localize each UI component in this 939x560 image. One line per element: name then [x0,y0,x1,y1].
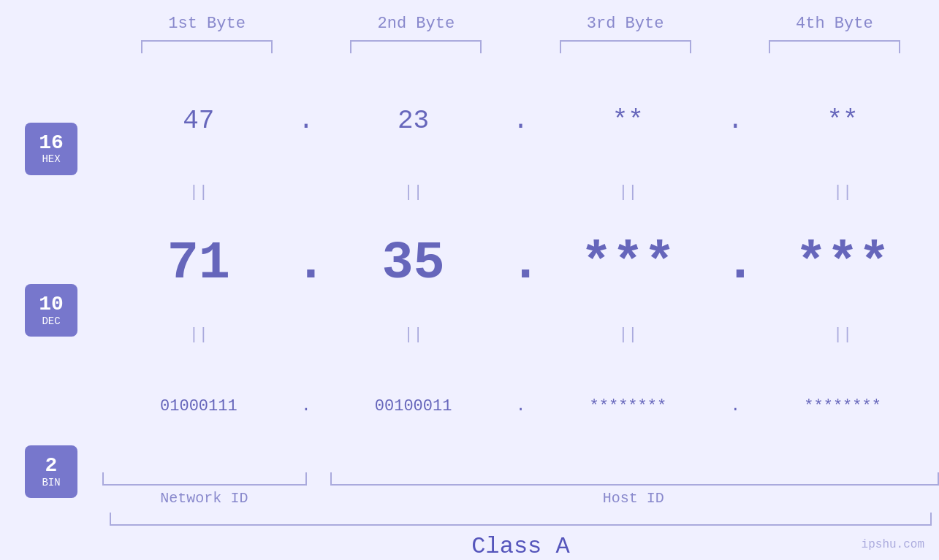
network-id-label: Network ID [102,490,306,507]
byte-headers: 1st Byte 2nd Byte 3rd Byte 4th Byte [0,0,939,33]
hex-b4-cell: ** [746,106,939,136]
bracket1-top [141,40,273,53]
hex-row: 47 . 23 . ** . ** [102,61,939,181]
bin-dot1: . [295,397,317,415]
rows-area: 47 . 23 . ** . ** || || [102,61,939,560]
byte2-label: 2nd Byte [311,15,520,33]
eq2-b4: || [746,324,939,346]
bracket3-container [521,40,730,53]
bin-b3-cell: ******** [532,397,725,415]
bin-name: BIN [42,477,60,488]
bracket2-container [311,40,520,53]
bin-b4: ******** [804,397,881,415]
id-labels-row: Network ID Host ID [102,490,939,507]
hex-b3: ** [612,106,644,136]
hex-b2-cell: 23 [317,106,510,136]
bin-b4-cell: ******** [746,397,939,415]
hex-b1-cell: 47 [102,106,295,136]
byte4-label: 4th Byte [730,15,939,33]
bracket1-container [102,40,311,53]
hex-b2: 23 [398,106,429,136]
host-id-label: Host ID [328,490,939,507]
base-labels-column: 16 HEX 10 DEC 2 BIN [0,61,102,560]
eq1-b1: || [102,181,295,203]
main-container: 1st Byte 2nd Byte 3rd Byte 4th Byte 16 H… [0,0,939,560]
bin-b1-cell: 01000111 [102,397,295,415]
dec-dot3: . [724,234,746,294]
dec-b1-cell: 71 [102,234,295,294]
bracket2-top [350,40,482,53]
dec-name: DEC [42,316,60,327]
class-bracket [110,513,932,526]
dec-b3-cell: *** [532,234,725,294]
class-label: Class A [102,533,939,560]
hex-name: HEX [42,154,60,165]
hex-dot3: . [724,106,746,136]
dec-badge: 10 DEC [25,284,77,337]
bracket3-top [560,40,691,53]
hex-b1: 47 [183,106,214,136]
hex-b3-cell: ** [532,106,725,136]
bin-dot3: . [724,397,746,415]
dec-row: 71 . 35 . *** . *** [102,203,939,323]
equals-row-2: || || || || [102,324,939,346]
equals-row-1: || || || || [102,181,939,203]
byte1-label: 1st Byte [102,15,311,33]
dec-dot1: . [295,234,317,294]
id-bottom-brackets [102,472,939,486]
dec-b3: *** [581,234,676,294]
dec-b4-cell: *** [746,234,939,294]
bracket4-top [769,40,900,53]
network-bracket [102,472,307,486]
hex-b4: ** [827,106,859,136]
eq1-b3: || [532,181,725,203]
bin-b2: 00100011 [375,397,452,415]
eq2-b3: || [532,324,725,346]
host-bracket [330,472,939,486]
bin-b2-cell: 00100011 [317,397,510,415]
hex-badge: 16 HEX [25,123,77,175]
dec-b2-cell: 35 [317,234,510,294]
bin-dot2: . [510,397,532,415]
eq1-b2: || [317,181,510,203]
dec-b1: 71 [167,234,230,294]
bin-b1: 01000111 [160,397,237,415]
dec-b2: 35 [381,234,444,294]
eq2-b1: || [102,324,295,346]
byte3-label: 3rd Byte [521,15,730,33]
bin-badge: 2 BIN [25,445,77,498]
hex-num: 16 [39,132,64,155]
watermark: ipshu.com [862,538,924,551]
dec-dot2: . [510,234,532,294]
hex-dot1: . [295,106,317,136]
dec-b4: *** [795,234,890,294]
eq1-b4: || [746,181,939,203]
bin-row: 01000111 . 00100011 . ******** . *******… [102,346,939,467]
dec-num: 10 [39,294,64,316]
bin-b3: ******** [590,397,667,415]
bin-num: 2 [45,455,58,477]
hex-dot2: . [510,106,532,136]
top-brackets-row [0,40,939,53]
eq2-b2: || [317,324,510,346]
bracket4-container [730,40,939,53]
